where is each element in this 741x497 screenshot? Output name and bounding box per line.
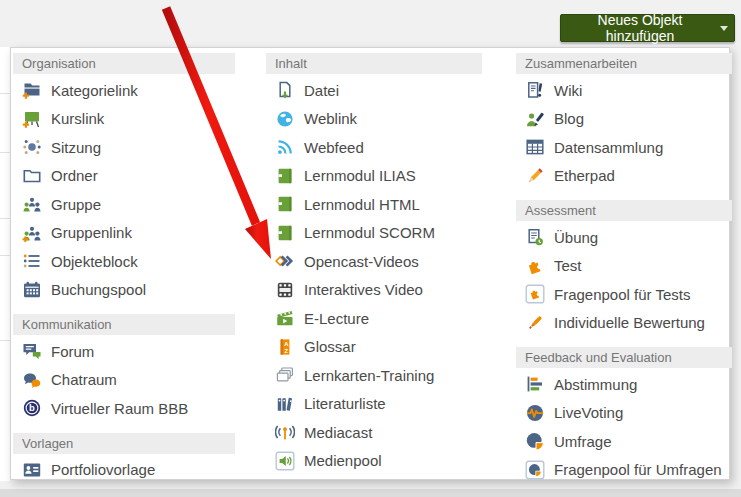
menu-item-livevoting[interactable]: LiveVoting: [516, 399, 732, 428]
menu-item-label: Etherpad: [554, 167, 615, 184]
menu-item-kategorielink[interactable]: Kategorielink: [13, 76, 235, 105]
data-collection-icon: [525, 137, 545, 157]
menu-item-label: Datensammlung: [554, 139, 663, 156]
menu-item-label: Buchungspool: [51, 281, 146, 298]
menu-item-glossar[interactable]: AZGlossar: [266, 333, 482, 362]
dropdown-column-zusammenarbeiten: Zusammenarbeiten Wiki Blog Datensammlung…: [516, 53, 732, 484]
menu-item-e-lecture[interactable]: E-Lecture: [266, 304, 482, 333]
portfolio-template-icon: [22, 460, 42, 480]
category-link-icon: [22, 80, 42, 100]
menu-item-uebung[interactable]: Übung: [516, 223, 732, 252]
group-icon: [22, 194, 42, 214]
menu-item-label: Portfoliovorlage: [51, 461, 155, 478]
menu-item-datei[interactable]: Datei: [266, 76, 482, 105]
file-icon: [275, 80, 295, 100]
menu-item-literaturliste[interactable]: Literaturliste: [266, 390, 482, 419]
menu-item-individuelle-bewertung[interactable]: Individuelle Bewertung: [516, 309, 732, 338]
glossary-icon: AZ: [275, 337, 295, 357]
menu-item-medienpool[interactable]: Medienpool: [266, 447, 482, 476]
menu-item-fragenpool-umfragen[interactable]: Fragenpool für Umfragen: [516, 456, 732, 485]
section-header-feedback-evaluation: Feedback und Evaluation: [516, 347, 732, 368]
wiki-icon: [525, 80, 545, 100]
interactive-video-icon: [275, 280, 295, 300]
menu-item-datensammlung[interactable]: Datensammlung: [516, 133, 732, 162]
menu-item-label: Fragenpool für Umfragen: [554, 461, 722, 478]
menu-item-blog[interactable]: Blog: [516, 105, 732, 134]
menu-item-mediacast[interactable]: Mediacast: [266, 418, 482, 447]
menu-item-gruppe[interactable]: Gruppe: [13, 190, 235, 219]
menu-item-forum[interactable]: Forum: [13, 337, 235, 366]
blog-icon: [525, 109, 545, 129]
bbb-room-icon: b: [22, 398, 42, 418]
menu-item-label: Übung: [554, 229, 598, 246]
menu-item-gruppenlink[interactable]: Gruppenlink: [13, 219, 235, 248]
menu-item-buchungspool[interactable]: Buchungspool: [13, 276, 235, 305]
page-divider-line: [0, 218, 10, 219]
menu-item-weblink[interactable]: Weblink: [266, 105, 482, 134]
section-header-organisation: Organisation: [13, 53, 235, 74]
menu-item-fragenpool-tests[interactable]: Fragenpool für Tests: [516, 280, 732, 309]
menu-item-ordner[interactable]: Ordner: [13, 162, 235, 191]
menu-item-label: Datei: [304, 82, 339, 99]
menu-item-label: Glossar: [304, 338, 356, 355]
menu-item-webfeed[interactable]: Webfeed: [266, 133, 482, 162]
menu-item-sitzung[interactable]: Sitzung: [13, 133, 235, 162]
menu-item-label: Lernmodul HTML: [304, 196, 420, 213]
menu-item-lernkarten-training[interactable]: Lernkarten-Training: [266, 361, 482, 390]
literature-list-icon: [275, 394, 295, 414]
menu-item-label: Wiki: [554, 82, 582, 99]
menu-item-objekteblock[interactable]: Objekteblock: [13, 247, 235, 276]
page-footer-band: [0, 489, 741, 497]
menu-item-label: Kategorielink: [51, 82, 138, 99]
menu-item-lernmodul-ilias[interactable]: Lernmodul ILIAS: [266, 162, 482, 191]
menu-item-wiki[interactable]: Wiki: [516, 76, 732, 105]
section-header-assessment: Assessment: [516, 200, 732, 221]
menu-item-opencast-videos[interactable]: Opencast-Videos: [266, 247, 482, 276]
learning-module-icon: [275, 223, 295, 243]
menu-item-chatraum[interactable]: Chatraum: [13, 366, 235, 395]
webfeed-icon: [275, 137, 295, 157]
menu-item-kurslink[interactable]: Kurslink: [13, 105, 235, 134]
menu-item-portfoliovorlage[interactable]: Portfoliovorlage: [13, 456, 235, 485]
menu-item-abstimmung[interactable]: Abstimmung: [516, 370, 732, 399]
menu-item-label: Sitzung: [51, 139, 101, 156]
etherpad-icon: [525, 166, 545, 186]
menu-item-umfrage[interactable]: Umfrage: [516, 427, 732, 456]
menu-item-etherpad[interactable]: Etherpad: [516, 162, 732, 191]
page-divider-line: [0, 340, 10, 341]
menu-item-label: Literaturliste: [304, 395, 386, 412]
menu-item-label: E-Lecture: [304, 310, 369, 327]
menu-item-interaktives-video[interactable]: Interaktives Video: [266, 276, 482, 305]
menu-item-label: Chatraum: [51, 371, 117, 388]
page: { "button": { "label": "Neues Objekt hin…: [0, 0, 741, 497]
forum-icon: [22, 341, 42, 361]
menu-item-test[interactable]: Test: [516, 252, 732, 281]
add-new-object-button[interactable]: Neues Objekt hinzufügen: [560, 14, 735, 42]
menu-item-label: Interaktives Video: [304, 281, 423, 298]
menu-item-virtueller-raum-bbb[interactable]: bVirtueller Raum BBB: [13, 394, 235, 423]
menu-item-lernmodul-scorm[interactable]: Lernmodul SCORM: [266, 219, 482, 248]
section-header-kommunikation: Kommunikation: [13, 314, 235, 335]
menu-item-label: Opencast-Videos: [304, 253, 419, 270]
menu-item-label: Gruppenlink: [51, 224, 132, 241]
menu-item-label: Forum: [51, 343, 94, 360]
menu-item-label: Fragenpool für Tests: [554, 286, 690, 303]
menu-item-label: Kurslink: [51, 110, 104, 127]
menu-item-label: Individuelle Bewertung: [554, 314, 705, 331]
test-icon: [525, 256, 545, 276]
group-link-icon: [22, 223, 42, 243]
menu-item-lernmodul-html[interactable]: Lernmodul HTML: [266, 190, 482, 219]
dropdown-column-inhalt: Inhalt Datei Weblink Webfeed Lernmodul I…: [266, 53, 482, 475]
menu-item-label: Virtueller Raum BBB: [51, 400, 188, 417]
menu-item-label: Umfrage: [554, 433, 612, 450]
page-background-sliver: [0, 47, 10, 481]
menu-item-label: Weblink: [304, 110, 357, 127]
add-new-object-button-label: Neues Objekt hinzufügen: [567, 12, 713, 44]
dropdown-column-organisation: Organisation Kategorielink Kurslink Sitz…: [13, 53, 235, 484]
menu-item-label: Abstimmung: [554, 376, 637, 393]
folder-icon: [22, 166, 42, 186]
add-object-dropdown: Organisation Kategorielink Kurslink Sitz…: [10, 47, 730, 480]
question-pool-survey-icon: [525, 460, 545, 480]
menu-item-label: Lernmodul SCORM: [304, 224, 435, 241]
page-divider-line: [0, 255, 10, 256]
